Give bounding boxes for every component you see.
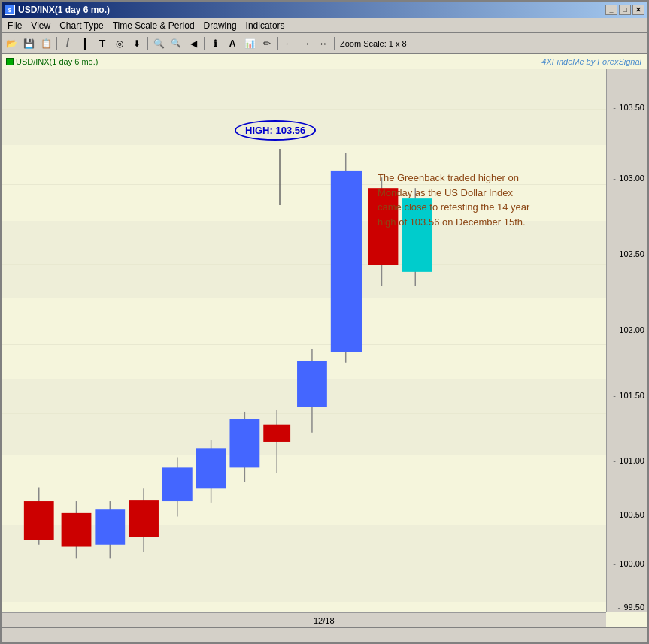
- toolbar-left[interactable]: ←: [281, 35, 297, 52]
- window-title: USD/INX(1 day 6 mo.): [18, 5, 110, 15]
- price-99-50: 99.50: [623, 603, 644, 612]
- price-102-50: 102.50: [619, 249, 644, 259]
- toolbar-sep-4: [277, 37, 278, 50]
- svg-rect-7: [129, 500, 159, 537]
- watermark: 4XFindeMe by ForexSignal: [541, 57, 641, 66]
- svg-rect-3: [62, 513, 92, 547]
- toolbar-info[interactable]: ℹ: [207, 35, 223, 52]
- symbol-label: USD/INX(1 day 6 mo.): [6, 57, 98, 66]
- title-bar-left: $ USD/INX(1 day 6 mo.): [5, 5, 110, 15]
- svg-rect-1: [24, 501, 54, 540]
- toolbar-open[interactable]: 📂: [3, 35, 20, 52]
- price-100-50: 100.50: [619, 510, 644, 519]
- svg-rect-11: [196, 448, 226, 488]
- menu-indicators[interactable]: Indicators: [241, 19, 290, 32]
- time-axis: 12/18: [2, 612, 606, 627]
- symbol-dot: [6, 58, 14, 65]
- menu-file[interactable]: File: [3, 19, 26, 32]
- toolbar-sep-1: [56, 37, 57, 50]
- svg-rect-13: [229, 419, 259, 467]
- zoom-scale-label: Zoom Scale: 1 x 8: [337, 39, 410, 48]
- price-103-00: 103.00: [619, 174, 644, 183]
- price-axis: 103.50 103.00 102.50 102.00 101.50 101.0…: [606, 69, 647, 612]
- maximize-button[interactable]: □: [619, 5, 631, 15]
- price-102-00: 102.00: [619, 325, 644, 334]
- toolbar-down-arrow[interactable]: ⬇: [129, 35, 145, 52]
- high-price-label: HIGH: 103.56: [235, 120, 316, 141]
- toolbar-sep-2: [147, 37, 148, 50]
- svg-rect-5: [95, 509, 125, 545]
- title-controls: _ □ ✕: [605, 5, 644, 15]
- toolbar-text[interactable]: T: [94, 35, 111, 52]
- toolbar-bar-chart[interactable]: 📊: [241, 35, 258, 52]
- menu-bar: File View Chart Type Time Scale & Period…: [2, 18, 647, 33]
- menu-chart-type[interactable]: Chart Type: [55, 19, 108, 32]
- symbol-text: USD/INX(1 day 6 mo.): [16, 57, 98, 66]
- toolbar-copy[interactable]: 📋: [38, 35, 54, 52]
- high-label-line: [276, 149, 284, 209]
- price-101-00: 101.00: [619, 456, 644, 465]
- svg-rect-19: [331, 171, 362, 352]
- toolbar: 📂 💾 📋 / | T ◎ ⬇ 🔍 🔍 ◀ ℹ A 📊 ✏ ← → ↔ Zoom…: [2, 33, 647, 54]
- toolbar-right[interactable]: →: [298, 35, 314, 52]
- annotation-text: The Greenback traded higher on Monday as…: [378, 171, 535, 229]
- toolbar-draw[interactable]: ✏: [259, 35, 275, 52]
- menu-drawing[interactable]: Drawing: [199, 19, 241, 32]
- annotation-content: The Greenback traded higher on Monday as…: [378, 172, 529, 228]
- svg-rect-15: [263, 425, 290, 442]
- time-label-1218: 12/18: [314, 616, 335, 625]
- toolbar-line[interactable]: /: [59, 35, 76, 52]
- price-103-50: 103.50: [619, 103, 644, 112]
- svg-rect-9: [162, 467, 193, 501]
- toolbar-fit[interactable]: ◀: [185, 35, 202, 52]
- app-icon: $: [5, 5, 15, 15]
- main-window: $ USD/INX(1 day 6 mo.) _ □ ✕ File View C…: [0, 0, 649, 644]
- toolbar-zoom-in[interactable]: 🔍: [150, 35, 167, 52]
- chart-container: 4XFindeMe by ForexSignal USD/INX(1 day 6…: [2, 54, 647, 627]
- price-101-50: 101.50: [619, 391, 644, 400]
- status-bar: [2, 627, 647, 642]
- toolbar-circle[interactable]: ◎: [111, 35, 128, 52]
- title-bar: $ USD/INX(1 day 6 mo.) _ □ ✕: [2, 2, 647, 18]
- toolbar-zoom-out[interactable]: 🔍: [168, 35, 184, 52]
- candlestick-chart: [2, 69, 606, 612]
- menu-time-scale[interactable]: Time Scale & Period: [108, 19, 199, 32]
- price-100-00: 100.00: [619, 559, 644, 568]
- toolbar-expand[interactable]: ↔: [315, 35, 332, 52]
- toolbar-save[interactable]: 💾: [20, 35, 37, 52]
- high-label-container: HIGH: 103.56: [235, 120, 332, 141]
- toolbar-annotate[interactable]: A: [224, 35, 241, 52]
- toolbar-vline[interactable]: |: [77, 35, 93, 52]
- menu-view[interactable]: View: [26, 19, 55, 32]
- close-button[interactable]: ✕: [632, 5, 644, 15]
- minimize-button[interactable]: _: [605, 5, 617, 15]
- toolbar-sep-5: [334, 37, 335, 50]
- toolbar-sep-3: [204, 37, 205, 50]
- svg-rect-17: [297, 361, 327, 407]
